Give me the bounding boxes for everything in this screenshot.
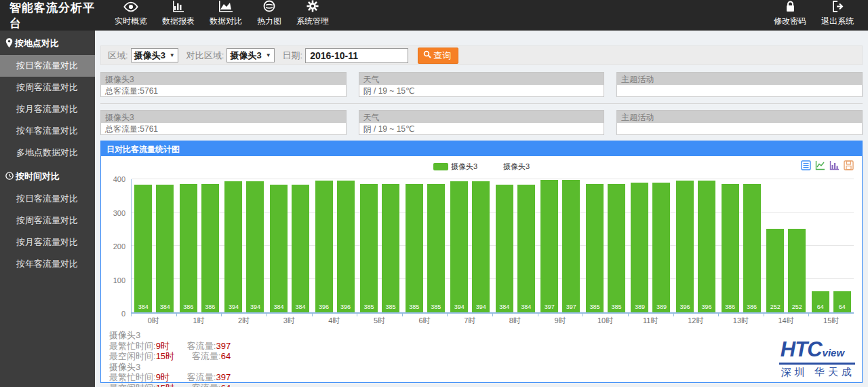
info-box-content: 阴 / 19 ~ 15℃ [359, 85, 604, 96]
region-select[interactable]: 摄像头3▼ [131, 48, 178, 62]
bar[interactable]: 385 [406, 184, 423, 312]
bar[interactable]: 386 [743, 184, 761, 312]
info-row-1: 摄像头3 总客流量:5761 天气 阴 / 19 ~ 15℃ 主题活动 [100, 72, 863, 103]
nav-label: 数据报表 [162, 16, 195, 27]
bar-group: 394394 [222, 179, 267, 312]
x-tick-label: 9时 [538, 314, 583, 326]
y-tick-label: 0 [121, 310, 125, 318]
x-tick-label: 11时 [628, 314, 673, 326]
nav-item-system-manage[interactable]: 系统管理 [289, 0, 336, 31]
nav-label: 系统管理 [296, 16, 329, 27]
bar[interactable]: 385 [382, 184, 399, 312]
bar[interactable]: 385 [608, 184, 625, 312]
info-box-content: 总客流量:5761 [101, 123, 346, 134]
info-box-title: 天气 [359, 111, 604, 123]
bar[interactable]: 386 [722, 184, 739, 312]
sidebar-item-multi-location-compare[interactable]: 多地点数据对比 [0, 142, 95, 164]
sidebar-item-time-yearly-compare[interactable]: 按年客流量对比 [0, 253, 95, 275]
bar-value-label: 252 [766, 303, 784, 310]
info-box-content [617, 85, 862, 96]
sidebar-item-time-daily-compare[interactable]: 按日客流量对比 [0, 188, 95, 210]
bar[interactable]: 386 [201, 184, 219, 312]
bar[interactable]: 389 [631, 183, 648, 312]
bar-plot: 3843843863863943943843843963963853853853… [131, 179, 854, 314]
bar[interactable]: 64 [833, 291, 851, 312]
bar[interactable]: 252 [788, 229, 806, 312]
filter-bar: 区域: 摄像头3▼ 对比区域: 摄像头3▼ 日期: 查询 [100, 45, 863, 65]
bar[interactable]: 394 [450, 181, 468, 312]
gear-icon [307, 0, 319, 16]
bar[interactable]: 389 [652, 183, 670, 312]
nav-item-data-report[interactable]: 数据报表 [155, 0, 202, 31]
bar[interactable]: 396 [337, 181, 355, 312]
nav-item-logout[interactable]: 退出系统 [814, 0, 861, 31]
bar[interactable]: 397 [540, 180, 558, 312]
bar[interactable]: 394 [246, 181, 264, 312]
bar[interactable]: 396 [315, 181, 333, 312]
data-view-icon[interactable] [801, 160, 811, 170]
compare-chart-icon [218, 1, 233, 16]
bar-chart-icon[interactable] [829, 160, 840, 170]
bar-value-label: 385 [360, 303, 378, 310]
chart-toolbox [801, 160, 854, 170]
bar[interactable]: 394 [224, 181, 242, 312]
bar-value-label: 385 [608, 303, 625, 310]
bar-value-label: 394 [472, 303, 490, 310]
x-tick-label: 15时 [808, 314, 854, 326]
bar[interactable]: 394 [472, 181, 490, 312]
bar-value-label: 384 [134, 303, 152, 310]
bar-group: 394394 [448, 179, 493, 312]
nav-item-data-compare[interactable]: 数据对比 [202, 0, 250, 31]
nav-item-heatmap[interactable]: 热力图 [250, 0, 289, 31]
legend-item-camera3-b[interactable]: 摄像头3 [503, 162, 530, 172]
app-title: 智能客流分析平台 [0, 0, 107, 31]
bar-group: 385385 [583, 179, 629, 312]
bar[interactable]: 396 [698, 181, 715, 312]
sidebar-item-daily-flow-compare[interactable]: 按日客流量对比 [0, 55, 95, 77]
camera-info-box: 摄像头3 总客流量:5761 [100, 72, 347, 97]
compare-region-select[interactable]: 摄像头3▼ [226, 48, 274, 62]
query-button[interactable]: 查询 [418, 48, 458, 64]
date-input[interactable] [305, 48, 408, 63]
bar[interactable]: 384 [134, 185, 152, 312]
nav-item-realtime-overview[interactable]: 实时概览 [107, 0, 155, 31]
info-box-title: 天气 [359, 73, 604, 85]
sidebar-item-monthly-flow-compare[interactable]: 按月客流量对比 [0, 98, 95, 120]
bar[interactable]: 384 [270, 185, 288, 312]
bar[interactable]: 384 [292, 185, 309, 312]
bar-value-label: 397 [562, 303, 580, 310]
bar[interactable]: 397 [562, 180, 580, 312]
main-nav: 实时概览 数据报表 数据对比 热力图 系统管理 [107, 0, 336, 31]
x-tick-label: 1时 [176, 314, 222, 326]
sidebar-item-time-monthly-compare[interactable]: 按月客流量对比 [0, 232, 95, 253]
x-tick-label: 0时 [131, 314, 176, 326]
bar[interactable]: 396 [676, 181, 694, 312]
bar[interactable]: 385 [427, 184, 445, 312]
bar[interactable]: 385 [360, 184, 378, 312]
bar[interactable]: 386 [180, 184, 197, 312]
bar-group: 396396 [312, 179, 357, 312]
legend-item-camera3[interactable]: 摄像头3 [433, 162, 477, 172]
bar[interactable]: 384 [517, 185, 535, 312]
sidebar: 按地点对比 按日客流量对比 按周客流量对比 按月客流量对比 按年客流量对比 多地… [0, 31, 95, 387]
bar-value-label: 64 [833, 303, 851, 310]
line-chart-icon[interactable] [815, 160, 825, 170]
bar[interactable]: 384 [496, 185, 513, 312]
save-image-icon[interactable] [844, 160, 854, 170]
stats-camera-name: 摄像头3 [109, 362, 231, 373]
sidebar-item-time-weekly-compare[interactable]: 按周客流量对比 [0, 210, 95, 232]
chart-panel: 日对比客流量统计图 摄像头3 摄像头3 0100200300400 [100, 141, 863, 383]
bar-value-label: 384 [156, 303, 174, 310]
bar[interactable]: 385 [586, 184, 604, 312]
nav-item-change-password[interactable]: 修改密码 [766, 0, 814, 31]
stats-busy-line: 最繁忙时间:9时客流量:397 [109, 372, 231, 383]
sidebar-item-yearly-flow-compare[interactable]: 按年客流量对比 [0, 120, 95, 142]
x-tick-label: 13时 [718, 314, 764, 326]
bar-value-label: 396 [337, 303, 355, 310]
stats-busy-line: 最繁忙时间:9时客流量:397 [109, 341, 231, 352]
sidebar-item-weekly-flow-compare[interactable]: 按周客流量对比 [0, 77, 95, 98]
bar[interactable]: 252 [766, 229, 784, 312]
bar[interactable]: 384 [156, 185, 174, 312]
bar[interactable]: 64 [812, 291, 829, 312]
search-icon [423, 50, 431, 60]
